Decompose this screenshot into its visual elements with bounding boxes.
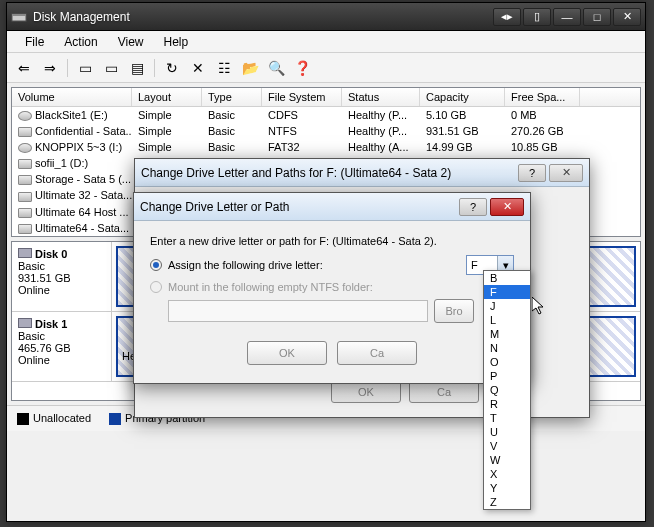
- disk-0-label: Disk 0 Basic 931.51 GB Online: [12, 242, 112, 311]
- delete-icon[interactable]: ✕: [187, 57, 209, 79]
- col-layout[interactable]: Layout: [132, 88, 202, 106]
- menu-view[interactable]: View: [108, 33, 154, 51]
- restore-down-icon[interactable]: ▯: [523, 8, 551, 26]
- app-icon: [11, 9, 27, 25]
- col-volume[interactable]: Volume: [12, 88, 132, 106]
- letter-option-P[interactable]: P: [484, 369, 530, 383]
- refresh-icon[interactable]: ↻: [161, 57, 183, 79]
- forward-icon[interactable]: ⇒: [39, 57, 61, 79]
- dialog2-titlebar[interactable]: Change Drive Letter or Path ? ✕: [134, 193, 530, 221]
- letter-option-U[interactable]: U: [484, 425, 530, 439]
- window-title: Disk Management: [33, 10, 493, 24]
- dialog2-close-button[interactable]: ✕: [490, 198, 524, 216]
- letter-option-T[interactable]: T: [484, 411, 530, 425]
- svg-rect-1: [12, 14, 26, 16]
- table-row[interactable]: BlackSite1 (E:)SimpleBasicCDFSHealthy (P…: [12, 107, 640, 123]
- properties-icon[interactable]: ☷: [213, 57, 235, 79]
- browse-button: Bro: [434, 299, 474, 323]
- menu-help[interactable]: Help: [154, 33, 199, 51]
- dialog1-help-button[interactable]: ?: [518, 164, 546, 182]
- dialog1-cancel-button[interactable]: Ca: [409, 381, 479, 403]
- letter-option-M[interactable]: M: [484, 327, 530, 341]
- close-button[interactable]: ✕: [613, 8, 641, 26]
- dialog2-title: Change Drive Letter or Path: [140, 200, 289, 214]
- letter-option-Y[interactable]: Y: [484, 481, 530, 495]
- table-row[interactable]: Confidential - Sata...SimpleBasicNTFSHea…: [12, 123, 640, 139]
- letter-option-Z[interactable]: Z: [484, 495, 530, 509]
- combo-value: F: [471, 259, 478, 271]
- letter-option-F[interactable]: F: [484, 285, 530, 299]
- change-letter-dialog: Change Drive Letter or Path ? ✕ Enter a …: [133, 192, 531, 384]
- dialog2-cancel-button[interactable]: Ca: [337, 341, 417, 365]
- menu-action[interactable]: Action: [54, 33, 107, 51]
- restore-left-icon[interactable]: ◂▸: [493, 8, 521, 26]
- dialog1-title: Change Drive Letter and Paths for F: (Ul…: [141, 166, 451, 180]
- view-top-icon[interactable]: ▭: [74, 57, 96, 79]
- menubar: File Action View Help: [7, 31, 645, 53]
- letter-option-Q[interactable]: Q: [484, 383, 530, 397]
- toolbar: ⇐ ⇒ ▭ ▭ ▤ ↻ ✕ ☷ 📂 🔍 ❓: [7, 53, 645, 83]
- view-both-icon[interactable]: ▤: [126, 57, 148, 79]
- help-icon[interactable]: ❓: [291, 57, 313, 79]
- dialog1-titlebar[interactable]: Change Drive Letter and Paths for F: (Ul…: [135, 159, 589, 187]
- table-row[interactable]: KNOPPIX 5~3 (I:)SimpleBasicFAT32Healthy …: [12, 139, 640, 155]
- col-capacity[interactable]: Capacity: [420, 88, 505, 106]
- letter-option-B[interactable]: B: [484, 271, 530, 285]
- label-assign-letter: Assign the following drive letter:: [168, 259, 323, 271]
- label-mount-folder: Mount in the following empty NTFS folder…: [168, 281, 373, 293]
- dialog2-ok-button[interactable]: OK: [247, 341, 327, 365]
- view-bottom-icon[interactable]: ▭: [100, 57, 122, 79]
- menu-file[interactable]: File: [15, 33, 54, 51]
- open-icon[interactable]: 📂: [239, 57, 261, 79]
- table-header: Volume Layout Type File System Status Ca…: [12, 88, 640, 107]
- radio-mount-folder: [150, 281, 162, 293]
- legend-unallocated: Unallocated: [33, 412, 91, 424]
- letter-option-O[interactable]: O: [484, 355, 530, 369]
- letter-option-X[interactable]: X: [484, 467, 530, 481]
- search-icon[interactable]: 🔍: [265, 57, 287, 79]
- drive-letter-dropdown[interactable]: BFJLMNOPQRTUVWXYZ: [483, 270, 531, 510]
- dialog1-ok-button[interactable]: OK: [331, 381, 401, 403]
- col-status[interactable]: Status: [342, 88, 420, 106]
- disk-1-label: Disk 1 Basic 465.76 GB Online: [12, 312, 112, 381]
- letter-option-W[interactable]: W: [484, 453, 530, 467]
- letter-option-J[interactable]: J: [484, 299, 530, 313]
- letter-option-V[interactable]: V: [484, 439, 530, 453]
- back-icon[interactable]: ⇐: [13, 57, 35, 79]
- col-fs[interactable]: File System: [262, 88, 342, 106]
- letter-option-L[interactable]: L: [484, 313, 530, 327]
- dialog2-prompt: Enter a new drive letter or path for F: …: [150, 235, 514, 247]
- minimize-button[interactable]: —: [553, 8, 581, 26]
- letter-option-R[interactable]: R: [484, 397, 530, 411]
- col-free[interactable]: Free Spa...: [505, 88, 580, 106]
- radio-assign-letter[interactable]: [150, 259, 162, 271]
- dialog1-close-button[interactable]: ✕: [549, 164, 583, 182]
- maximize-button[interactable]: □: [583, 8, 611, 26]
- mount-path-input: [168, 300, 428, 322]
- col-type[interactable]: Type: [202, 88, 262, 106]
- letter-option-N[interactable]: N: [484, 341, 530, 355]
- titlebar[interactable]: Disk Management ◂▸ ▯ — □ ✕: [7, 3, 645, 31]
- dialog2-help-button[interactable]: ?: [459, 198, 487, 216]
